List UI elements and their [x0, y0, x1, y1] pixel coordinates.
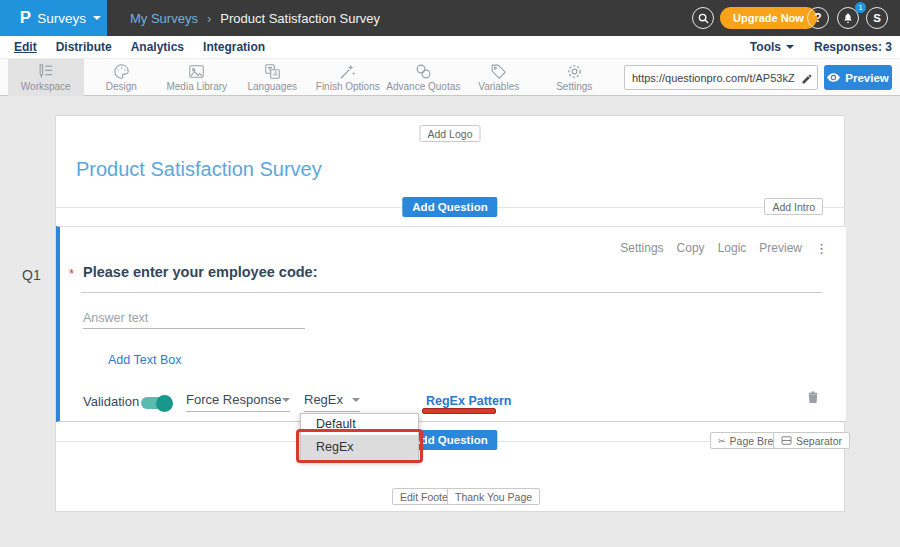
dropdown-option-regex[interactable]: RegEx — [301, 435, 418, 460]
finish-options-icon — [339, 63, 356, 80]
notifications-button[interactable]: 1 — [837, 0, 863, 36]
kebab-menu-icon[interactable]: ⋮ — [815, 242, 828, 255]
top-header-bar: P Surveys My Surveys › Product Satisfact… — [0, 0, 900, 36]
media-library-icon — [188, 63, 205, 80]
design-icon — [113, 63, 130, 80]
thank-you-page-button[interactable]: Thank You Page — [447, 488, 540, 505]
validation-type-value: RegEx — [304, 392, 343, 407]
breadcrumb-my-surveys[interactable]: My Surveys — [130, 11, 198, 26]
toolbar-item-settings[interactable]: Settings — [537, 59, 613, 96]
tab-edit[interactable]: Edit — [14, 40, 37, 54]
delete-question-trash-icon[interactable] — [807, 390, 819, 408]
add-intro-button[interactable]: Add Intro — [764, 198, 823, 215]
advance-quotas-icon — [415, 63, 432, 80]
validation-toggle[interactable] — [141, 397, 171, 409]
eye-icon — [827, 73, 840, 82]
question-text[interactable]: Please enter your employee code: — [83, 264, 318, 280]
question-preview-link[interactable]: Preview — [759, 241, 802, 255]
nav-tabs: Edit Distribute Analytics Integration — [14, 36, 265, 58]
question-block: Settings Copy Logic Preview ⋮ * Please e… — [56, 226, 846, 422]
separator-icon — [781, 436, 792, 445]
tab-analytics[interactable]: Analytics — [131, 40, 184, 54]
answer-field-underline — [83, 328, 305, 329]
toolbar-item-label: Languages — [248, 81, 298, 92]
tools-menu[interactable]: Tools — [750, 40, 794, 54]
nav-right: Tools Responses: 3 — [750, 36, 892, 58]
validation-type-dropdown-menu: Default RegEx — [300, 413, 419, 461]
toolbar-item-design[interactable]: Design — [84, 59, 160, 96]
help-button[interactable]: ? — [807, 7, 829, 29]
editor-toolbar: Workspace Design Media Library A Languag… — [0, 58, 900, 96]
toolbar-item-media-library[interactable]: Media Library — [159, 59, 235, 96]
notification-badge: 1 — [855, 2, 866, 13]
annotation-regex-pattern-underline — [422, 408, 496, 414]
tab-integration[interactable]: Integration — [203, 40, 265, 54]
tools-label: Tools — [750, 40, 781, 54]
breadcrumb-chevron-icon: › — [207, 11, 211, 26]
toolbar-item-workspace[interactable]: Workspace — [8, 59, 84, 96]
question-text-underline — [81, 292, 822, 293]
breadcrumb: My Surveys › Product Satisfaction Survey — [130, 0, 380, 36]
survey-title[interactable]: Product Satisfaction Survey — [76, 158, 322, 181]
chevron-down-icon — [93, 16, 101, 20]
toolbar-items: Workspace Design Media Library A Languag… — [8, 59, 612, 96]
search-icon — [698, 13, 709, 24]
variables-icon — [490, 63, 507, 80]
responses-count[interactable]: Responses: 3 — [814, 40, 892, 54]
workspace-icon — [37, 63, 54, 80]
chevron-down-icon — [282, 398, 290, 402]
toolbar-item-finish-options[interactable]: Finish Options — [310, 59, 386, 96]
toolbar-item-label: Media Library — [166, 81, 227, 92]
surveys-product-menu[interactable]: P Surveys — [0, 0, 107, 36]
questionpro-survey-editor: P Surveys My Surveys › Product Satisfact… — [0, 0, 900, 547]
validation-type-dropdown[interactable]: RegEx — [304, 392, 360, 412]
preview-label: Preview — [845, 72, 888, 84]
preview-button[interactable]: Preview — [824, 65, 892, 90]
validation-label: Validation — [83, 394, 139, 409]
edit-url-pencil-icon[interactable] — [801, 71, 813, 89]
add-logo-button[interactable]: Add Logo — [420, 125, 481, 142]
question-number-label: Q1 — [22, 267, 41, 283]
toggle-knob — [156, 395, 173, 412]
survey-url-input[interactable] — [624, 65, 818, 90]
breadcrumb-current-survey: Product Satisfaction Survey — [220, 11, 380, 26]
toolbar-item-advance-quotas[interactable]: Advance Quotas — [386, 59, 462, 96]
survey-card: Add Logo Product Satisfaction Survey Add… — [55, 115, 845, 512]
toolbar-item-label: Variables — [478, 81, 519, 92]
languages-icon: A — [264, 63, 281, 80]
regex-pattern-link[interactable]: RegEx Pattern — [426, 394, 511, 408]
editor-content: Q1 Add Logo Product Satisfaction Survey … — [0, 96, 900, 547]
question-logic-link[interactable]: Logic — [718, 241, 747, 255]
question-settings-link[interactable]: Settings — [620, 241, 663, 255]
toolbar-item-label: Advance Quotas — [386, 81, 460, 92]
separator-button[interactable]: Separator — [773, 432, 850, 449]
force-response-dropdown[interactable]: Force Response — [186, 392, 290, 412]
search-button[interactable] — [692, 7, 714, 29]
chevron-down-icon — [352, 398, 360, 402]
user-avatar[interactable]: S — [866, 7, 888, 29]
questionpro-logo: P — [19, 9, 30, 27]
required-asterisk: * — [69, 266, 74, 281]
question-menu: Settings Copy Logic Preview ⋮ — [620, 241, 828, 255]
settings-icon — [566, 63, 583, 80]
toolbar-item-languages[interactable]: A Languages — [235, 59, 311, 96]
upgrade-now-button[interactable]: Upgrade Now — [720, 7, 817, 29]
survey-nav-bar: Edit Distribute Analytics Integration To… — [0, 36, 900, 58]
product-menu-label: Surveys — [37, 11, 86, 26]
survey-url-box — [624, 65, 818, 90]
answer-text-field[interactable]: Answer text — [83, 311, 148, 325]
toolbar-item-label: Finish Options — [316, 81, 380, 92]
dropdown-option-default[interactable]: Default — [301, 414, 418, 435]
toolbar-item-label: Settings — [556, 81, 592, 92]
tab-distribute[interactable]: Distribute — [56, 40, 112, 54]
separator-label: Separator — [796, 435, 842, 447]
chevron-down-icon — [786, 45, 794, 49]
scissors-icon: ✂ — [718, 436, 726, 446]
add-question-button-top[interactable]: Add Question — [402, 197, 497, 217]
toolbar-item-variables[interactable]: Variables — [461, 59, 537, 96]
question-copy-link[interactable]: Copy — [677, 241, 705, 255]
force-response-value: Force Response — [186, 392, 281, 407]
toolbar-item-label: Workspace — [21, 81, 71, 92]
toolbar-item-label: Design — [106, 81, 137, 92]
add-text-box-link[interactable]: Add Text Box — [108, 353, 181, 367]
